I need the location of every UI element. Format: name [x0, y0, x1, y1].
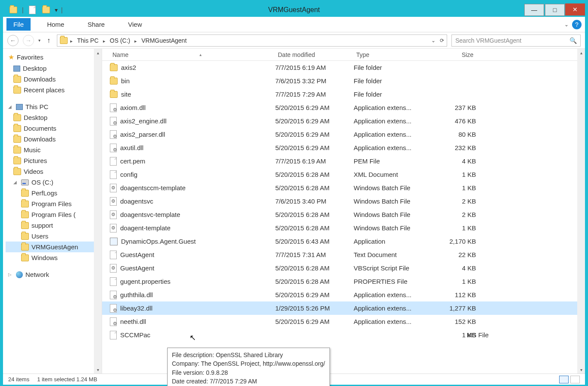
search-input[interactable]: Search VRMGuestAgent 🔍 [451, 35, 581, 47]
folder-icon [13, 125, 21, 132]
tree-program-files[interactable]: Program Files [6, 198, 102, 209]
minimize-button[interactable]: — [524, 4, 544, 16]
nav-recent-dropdown[interactable]: ▾ [38, 38, 40, 43]
tree-pc-downloads[interactable]: Downloads [6, 134, 102, 144]
tree-documents[interactable]: Documents [6, 123, 102, 134]
address-dropdown-icon[interactable]: ⌄ [431, 38, 436, 44]
list-row[interactable]: bin7/6/2015 3:32 PMFile folder [102, 74, 585, 88]
file-type: Application extens... [354, 304, 429, 312]
tree-users[interactable]: Users [6, 231, 102, 242]
tab-home[interactable]: Home [40, 18, 71, 31]
tab-view[interactable]: View [121, 18, 149, 31]
col-header-name[interactable]: Name▴ [110, 51, 275, 58]
close-button[interactable]: ✕ [565, 3, 585, 16]
list-row[interactable]: doagent-template5/20/2015 6:28 AMWindows… [102, 221, 585, 235]
list-row[interactable]: doagentsccm-template5/20/2015 6:28 AMWin… [102, 181, 585, 195]
list-row[interactable]: axis2_parser.dll5/20/2015 6:29 AMApplica… [102, 128, 585, 141]
dll-icon [110, 304, 117, 313]
tree-pc-desktop[interactable]: Desktop [6, 112, 102, 123]
list-row[interactable]: libeay32.dll1/29/2015 5:26 PMApplication… [102, 301, 585, 315]
tab-share[interactable]: Share [81, 18, 112, 31]
file-tooltip: File description: OpenSSL Shared Library… [167, 348, 330, 386]
tree-drive-c[interactable]: ◢OS (C:) [6, 177, 102, 188]
tree-downloads[interactable]: Downloads [6, 74, 102, 85]
view-details-button[interactable] [559, 376, 569, 383]
col-header-size[interactable]: Size [429, 51, 476, 58]
tree-videos[interactable]: Videos [6, 166, 102, 177]
file-name: axiom.dll [120, 104, 146, 111]
list-row[interactable]: axiom.dll5/20/2015 6:29 AMApplication ex… [102, 101, 585, 114]
file-name: doagentsccm-template [120, 184, 186, 191]
file-name: axutil.dll [120, 144, 143, 151]
tree-network[interactable]: ▷Network [6, 269, 102, 280]
list-row[interactable]: cert.pem7/7/2015 6:19 AMPEM File4 KB [102, 154, 585, 168]
tree-music[interactable]: Music [6, 144, 102, 155]
nav-up-button[interactable]: ↑ [45, 37, 53, 44]
list-row[interactable]: DynamicOps.Agent.Guest5/20/2015 6:43 AMA… [102, 235, 585, 248]
tree-vrmguestagent[interactable]: VRMGuestAgen [6, 242, 102, 252]
tree-desktop[interactable]: Desktop [6, 63, 102, 74]
search-placeholder: Search VRMGuestAgent [455, 37, 521, 44]
titlebar[interactable]: | ▾ | VRMGuestAgent — □ ✕ [3, 3, 585, 17]
list-row[interactable]: config5/20/2015 6:28 AMXML Document1 KB [102, 168, 585, 181]
help-button[interactable]: ? [572, 20, 582, 29]
folder-icon [13, 114, 21, 121]
breadcrumb-folder[interactable]: VRMGuestAgent [140, 37, 188, 44]
breadcrumb-drive[interactable]: OS (C:) [108, 37, 132, 44]
file-type: Application extens... [354, 117, 429, 125]
list-scrollbar[interactable]: ▴ ▾ [577, 49, 585, 373]
file-modified: 7/7/2015 7:31 AM [275, 251, 354, 258]
list-row[interactable]: guththila.dll5/20/2015 6:29 AMApplicatio… [102, 288, 585, 301]
dll-icon [110, 291, 117, 299]
col-header-type[interactable]: Type [354, 51, 429, 58]
file-name: axis2 [121, 64, 136, 71]
desktop-icon [13, 66, 20, 72]
folder-icon [21, 201, 29, 207]
file-size: 1 KB [429, 184, 476, 191]
list-row[interactable]: axis27/7/2015 6:19 AMFile folder [102, 61, 585, 74]
maximize-button[interactable]: □ [545, 4, 565, 16]
file-type: File folder [354, 64, 429, 71]
tree-favorites[interactable]: ★Favorites [6, 51, 102, 63]
folder-icon [110, 78, 118, 85]
list-row[interactable]: GuestAgent5/20/2015 6:28 AMVBScript Scri… [102, 261, 585, 275]
tree-windows[interactable]: Windows [6, 252, 102, 263]
list-row[interactable]: doagentsvc7/6/2015 3:40 PMWindows Batch … [102, 195, 585, 208]
list-row[interactable]: doagentsvc-template5/20/2015 6:28 AMWind… [102, 208, 585, 221]
nav-scrollbar[interactable]: ▴ ▾ [94, 49, 102, 373]
exe-icon [110, 238, 118, 245]
tab-file[interactable]: File [6, 18, 31, 31]
tree-support[interactable]: support [6, 220, 102, 231]
expand-ribbon-icon[interactable]: ⌄ [564, 22, 569, 28]
star-icon: ★ [8, 53, 14, 61]
tree-pictures[interactable]: Pictures [6, 155, 102, 166]
file-icon [110, 170, 117, 179]
nav-forward-button[interactable]: → [23, 35, 34, 46]
tree-recent[interactable]: Recent places [6, 85, 102, 95]
nav-back-button[interactable]: ← [7, 35, 19, 46]
col-header-modified[interactable]: Date modified [275, 51, 354, 58]
refresh-icon[interactable]: ⟳ [440, 38, 444, 44]
file-name: doagentsvc-template [120, 211, 180, 218]
list-row[interactable]: axutil.dll5/20/2015 6:29 AMApplication e… [102, 141, 585, 154]
list-row[interactable]: site7/7/2015 7:29 AMFile folder [102, 88, 585, 101]
pc-icon [16, 104, 23, 110]
list-row[interactable]: GuestAgent7/7/2015 7:31 AMText Document2… [102, 248, 585, 261]
tree-perflogs[interactable]: PerfLogs [6, 188, 102, 198]
breadcrumb-thispc[interactable]: This PC [75, 37, 100, 44]
list-row[interactable]: SCCMPac MS File1 KB [102, 328, 585, 342]
file-modified: 5/20/2015 6:28 AM [275, 264, 354, 272]
address-bar[interactable]: This PC OS (C:) VRMGuestAgent ⌄ ⟳ [57, 35, 447, 47]
qat-properties-icon[interactable] [27, 5, 37, 15]
file-type: File folder [354, 77, 429, 85]
folder-icon [13, 157, 21, 164]
qat-newfolder-icon[interactable] [41, 5, 51, 15]
list-row[interactable]: axis2_engine.dll5/20/2015 6:29 AMApplica… [102, 114, 585, 128]
cursor-icon: ↖ [190, 333, 196, 342]
file-modified: 5/20/2015 6:43 AM [275, 238, 354, 245]
list-row[interactable]: gugent.properties5/20/2015 6:28 AMPROPER… [102, 275, 585, 288]
view-thumbnails-button[interactable] [570, 376, 580, 383]
tree-thispc[interactable]: ◢This PC [6, 101, 102, 112]
tree-program-files-x86[interactable]: Program Files ( [6, 209, 102, 220]
list-row[interactable]: neethi.dll5/20/2015 6:29 AMApplication e… [102, 315, 585, 328]
